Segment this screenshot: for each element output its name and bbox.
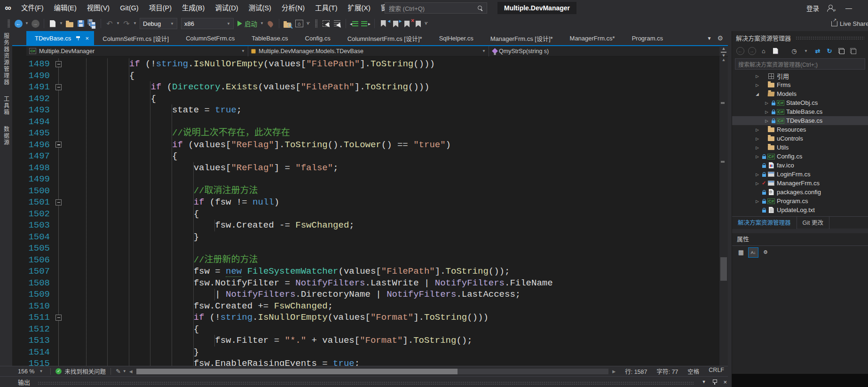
- menu-item-1[interactable]: 文件(F): [16, 0, 49, 16]
- solution-explorer-search-box[interactable]: 搜索解决方案资源管理器(Ctrl+;): [735, 58, 865, 70]
- expander-collapsed-icon[interactable]: ▷: [754, 199, 761, 204]
- nav-back-button[interactable]: ←: [13, 17, 24, 30]
- menu-item-9[interactable]: 分析(N): [276, 0, 310, 16]
- expander-collapsed-icon[interactable]: ▷: [763, 101, 770, 105]
- document-tab-SqlHelper.cs[interactable]: SqlHelper.cs: [431, 31, 482, 45]
- code-line[interactable]: 1491if (Directory.Exists(values["FilePat…: [26, 81, 719, 93]
- code-line[interactable]: 1490{: [26, 70, 719, 82]
- document-tab-ManagerFrm.cs-[interactable]: ManagerFrm.cs*: [561, 31, 623, 45]
- panel-tab-solution-explorer[interactable]: 解决方案资源管理器: [732, 217, 797, 229]
- code-line[interactable]: 1502{: [26, 208, 719, 220]
- zoom-level-dropdown[interactable]: 156 % ▼: [15, 367, 46, 376]
- expander-collapsed-icon[interactable]: ▷: [763, 110, 770, 114]
- se-home-button[interactable]: ⌂: [758, 46, 769, 56]
- scroll-left-arrow-icon[interactable]: ◀: [126, 369, 135, 374]
- expander-collapsed-icon[interactable]: ▷: [754, 172, 761, 177]
- minimize-button[interactable]: —: [842, 4, 856, 12]
- bookmark-next-button[interactable]: ▸: [400, 17, 411, 30]
- tab-list-chevron-icon[interactable]: ▼: [707, 36, 712, 41]
- breadcrumb-member-dropdown[interactable]: QmyStrSp(string s): [489, 46, 719, 56]
- breadcrumb-type-dropdown[interactable]: Multiple.DevManager.Models.TDevBase ▼: [248, 46, 489, 56]
- code-line[interactable]: 1515fsw.EnableRaisingEvents = true;: [26, 358, 719, 366]
- code-line[interactable]: 1498values["ReFlag"] = "false";: [26, 162, 719, 174]
- property-pages-button[interactable]: ⚙: [760, 247, 771, 258]
- tree-item-Program.cs[interactable]: ▷C#Program.cs: [732, 197, 868, 205]
- toolbar-overflow-button[interactable]: ▼: [305, 17, 311, 30]
- menu-item-5[interactable]: 项目(P): [144, 0, 177, 16]
- chevron-down-icon[interactable]: ▼: [132, 17, 138, 30]
- menu-item-2[interactable]: 编辑(E): [49, 0, 82, 16]
- tree-item-Resources[interactable]: ▷Resources: [732, 125, 868, 134]
- document-tab-ColumnSetFrm.cs[interactable]: ColumnSetFrm.cs: [177, 31, 243, 45]
- user-add-icon[interactable]: +: [827, 4, 834, 12]
- switch-views-button[interactable]: [770, 46, 781, 56]
- chevron-down-icon[interactable]: ▼: [702, 379, 706, 384]
- categorized-button[interactable]: ▦: [736, 247, 746, 258]
- refresh-button[interactable]: ↻: [824, 46, 835, 56]
- tool-window-tab-3[interactable]: 数据源: [2, 126, 10, 146]
- output-panel-header[interactable]: 输出 ▼ ×: [0, 376, 732, 387]
- menu-item-4[interactable]: Git(G): [115, 0, 143, 16]
- code-line[interactable]: 1509| NotifyFilters.DirectoryName | Noti…: [26, 289, 719, 300]
- select-frame-button[interactable]: [320, 17, 331, 30]
- outdent-button[interactable]: ◂: [349, 17, 360, 30]
- code-line[interactable]: 1513fsw.Filter = "*." + values["Format"]…: [26, 335, 719, 347]
- status-whitespace-mode[interactable]: 空格: [687, 367, 699, 376]
- chevron-down-icon[interactable]: ▼: [58, 17, 64, 30]
- live-share-button[interactable]: Live Share: [831, 18, 868, 29]
- tree-item-UpdateLog.txt[interactable]: UpdateLog.txt: [732, 205, 868, 214]
- menu-item-10[interactable]: 工具(T): [310, 0, 343, 16]
- alphabetical-button[interactable]: A↓: [748, 247, 758, 258]
- code-line[interactable]: 1496if (values["ReFlag"].ToString().ToLo…: [26, 139, 719, 151]
- nested-file-view-button[interactable]: [836, 46, 846, 56]
- panel-tab-git-changes[interactable]: Git 更改: [797, 217, 829, 229]
- tree-item-TableBase.cs[interactable]: ▷C#TableBase.cs: [732, 107, 868, 116]
- code-line[interactable]: 1494: [26, 116, 719, 128]
- pin-icon[interactable]: [76, 35, 80, 41]
- sync-with-active-document-button[interactable]: ⇄: [813, 46, 823, 56]
- show-all-files-button[interactable]: [848, 46, 858, 56]
- document-tab-TDevBase.cs[interactable]: TDevBase.cs×: [26, 31, 94, 45]
- tool-window-tab-1[interactable]: 服务器资源管理器: [2, 33, 10, 86]
- expander-collapsed-icon[interactable]: ▷: [763, 118, 770, 123]
- menu-item-11[interactable]: 扩展(X): [343, 0, 376, 16]
- tree-item-Utils[interactable]: ▷Utils: [732, 143, 868, 152]
- expander-collapsed-icon[interactable]: ▷: [754, 127, 761, 132]
- tool-window-tab-2[interactable]: 工具箱: [2, 96, 10, 116]
- document-tab-ManagerFrm.cs-[interactable]: ManagerFrm.cs [设计]*: [482, 31, 561, 45]
- chevron-down-button[interactable]: ▼: [801, 46, 811, 56]
- chevron-down-icon[interactable]: ▼: [115, 17, 121, 30]
- panel-splitter[interactable]: [728, 31, 732, 387]
- fold-collapse-button[interactable]: [55, 84, 62, 90]
- status-column-number[interactable]: 字符: 77: [656, 367, 678, 376]
- platform-combo[interactable]: x86▼: [181, 18, 234, 29]
- select-doc-button[interactable]: [331, 17, 343, 30]
- se-back-button[interactable]: ←: [735, 46, 745, 56]
- bookmark-toggle-button[interactable]: [378, 17, 389, 30]
- tree-item-Config.cs[interactable]: ▷C#Config.cs: [732, 152, 868, 161]
- code-line[interactable]: 1503fsw.Created -= FswChanged;: [26, 220, 719, 231]
- document-tab-Program.cs[interactable]: Program.cs: [623, 31, 671, 45]
- open-folder-button[interactable]: [64, 17, 75, 30]
- editor-horizontal-scrollbar[interactable]: [136, 369, 609, 374]
- redo-button[interactable]: ↷: [121, 17, 132, 30]
- se-forward-button[interactable]: →: [747, 46, 757, 56]
- pending-changes-button[interactable]: ◷: [789, 46, 799, 56]
- configuration-combo[interactable]: Debug▼: [140, 18, 177, 29]
- code-line[interactable]: 1512{: [26, 324, 719, 335]
- tree-item-fav.ico[interactable]: fav.ico: [732, 161, 868, 170]
- editor-vertical-scrollbar[interactable]: ▲: [719, 56, 728, 366]
- code-line[interactable]: 1500//取消注册方法: [26, 185, 719, 197]
- expander-collapsed-icon[interactable]: ▷: [754, 154, 761, 159]
- horizontal-scrollbar-thumb[interactable]: [136, 369, 458, 374]
- bookmark-clear-button[interactable]: ×: [411, 17, 423, 30]
- fold-collapse-button[interactable]: [55, 199, 62, 205]
- quick-search-box[interactable]: 搜索 (Ctrl+Q): [385, 2, 487, 14]
- fold-collapse-button[interactable]: [55, 315, 62, 321]
- code-line[interactable]: 1501if (fsw != null): [26, 197, 719, 208]
- code-cleanup-icon[interactable]: ✎: [116, 368, 121, 375]
- split-editor-handle[interactable]: ▲▼: [719, 47, 728, 56]
- document-tab-ColumnInsertFrm.cs-[interactable]: ColumnInsertFrm.cs [设计]*: [339, 31, 431, 45]
- status-line-number[interactable]: 行: 1587: [625, 367, 647, 376]
- menu-item-6[interactable]: 生成(B): [177, 0, 210, 16]
